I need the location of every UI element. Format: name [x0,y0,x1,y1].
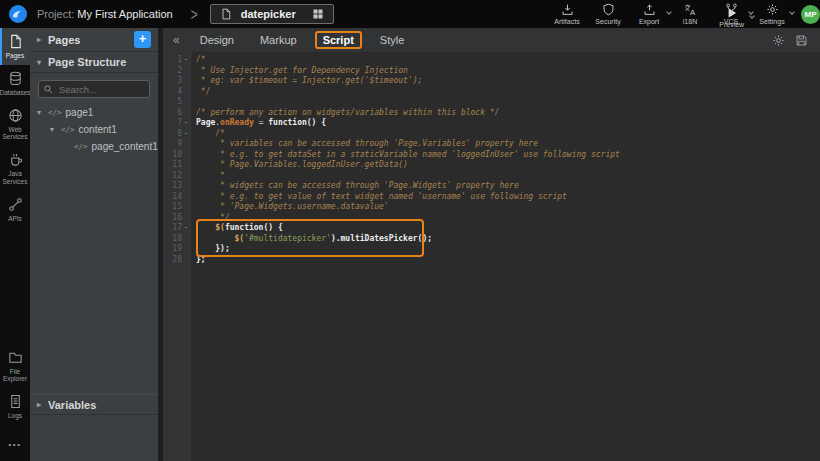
gutter-line[interactable]: 10 [163,150,190,161]
page-structure-header[interactable]: ▾ Page Structure [30,52,158,73]
gutter-line[interactable]: 6 [163,108,190,119]
topbar-security-button[interactable]: Security [593,3,623,25]
dropdown-chevron-icon[interactable] [666,9,672,15]
fold-marker-icon[interactable]: - [182,55,190,66]
code-line[interactable]: * Page.Variables.loggedInUser.getData() [196,160,820,171]
tree-node-page1[interactable]: ▾</>page1 [30,104,158,121]
code-line[interactable]: /* perform any action on widgets/variabl… [196,108,820,119]
code-line[interactable]: }; [196,255,820,266]
fold-marker-icon[interactable]: - [182,118,190,129]
more-dots-icon: ••• [9,440,22,449]
editor-tab-script[interactable]: Script [315,31,362,49]
gutter-line[interactable]: 13 [163,181,190,192]
fold-marker-icon[interactable]: - [182,129,190,140]
code-line[interactable]: $('#multidatepicker').multiDatesPicker()… [196,234,820,245]
sidebar-item-databases[interactable]: Databases [0,65,30,102]
save-icon[interactable] [795,34,808,47]
page-tab-datepicker[interactable]: datepicker [210,4,334,24]
gutter-line[interactable]: 14 [163,192,190,203]
sidebar-item-label: File Explorer [1,368,29,384]
editor-tab-markup[interactable]: Markup [252,31,305,49]
topbar-export-button[interactable]: Export [634,3,664,25]
pages-header-label: Pages [48,34,80,46]
widget-code-icon: </> [61,125,75,134]
tree-node-content1[interactable]: ▾</>content1 [30,121,158,138]
gutter-line[interactable]: 3 [163,76,190,87]
code-line[interactable] [196,97,820,108]
wavemaker-logo-icon[interactable] [8,4,28,24]
gutter-line[interactable]: 20 [163,255,190,266]
pages-panel-header[interactable]: ▸ Pages + [30,28,158,52]
code-line[interactable]: * widgets can be accessed through 'Page.… [196,181,820,192]
code-line[interactable]: * variables can be accessed through 'Pag… [196,139,820,150]
code-line[interactable]: }); [196,244,820,255]
gutter-line[interactable]: 1- [163,55,190,66]
code-line[interactable]: * e.g. to get dataSet in a staticVariabl… [196,150,820,161]
sidebar-more-button[interactable]: ••• [0,425,30,461]
collapse-arrow-icon[interactable]: ▸ [37,35,48,44]
code-line[interactable]: * eg: var $timeout = Injector.get('$time… [196,76,820,87]
structure-search [30,73,158,104]
fold-spacer [182,255,190,266]
code-line[interactable]: $(function() { [196,223,820,234]
gutter-line[interactable]: 2 [163,66,190,77]
toolbar-right-group: ArtifactsSecurityExportAi18NVCSSettings [552,3,795,25]
sidebar-item-label: Web Services [1,126,29,142]
gutter-line[interactable]: 12 [163,171,190,182]
gutter-line[interactable]: 15 [163,202,190,213]
code-editor-body[interactable]: 1-234567-8-91011121314151617-181920 /* *… [163,52,820,461]
editor-tab-design[interactable]: Design [192,31,242,49]
code-line[interactable]: */ [196,87,820,98]
sidebar-item-java-services[interactable]: Java Services [0,146,30,191]
topbar-i18n-button[interactable]: Ai18N [675,3,705,25]
code-line[interactable]: * e.g. to get value of text widget named… [196,192,820,203]
topbar-settings-button[interactable]: Settings [757,3,787,25]
code-area[interactable]: /* * Use Injector.get for Dependency Inj… [191,52,820,461]
sidebar-item-web-services[interactable]: Web Services [0,102,30,147]
gutter-line[interactable]: 9 [163,139,190,150]
tree-node-label: content1 [79,124,117,135]
dropdown-chevron-icon[interactable] [789,9,795,15]
sidebar-item-apis[interactable]: APIs [0,191,30,228]
search-input[interactable] [38,80,150,98]
fold-spacer [182,213,190,224]
topbar-artifacts-button[interactable]: Artifacts [552,3,582,25]
gutter-line[interactable]: 19 [163,244,190,255]
code-line[interactable]: */ [196,213,820,224]
sidebar-item-file-explorer[interactable]: File Explorer [0,344,30,389]
collapse-panel-button[interactable]: « [173,33,180,47]
sidebar-item-logs[interactable]: Logs [0,388,30,425]
user-avatar[interactable]: MP [801,5,820,24]
gutter-line[interactable]: 8- [163,129,190,140]
variables-section-header[interactable]: ▸ Variables [30,394,158,415]
editor-tab-bar: « DesignMarkupScriptStyle [163,28,820,52]
gutter-line[interactable]: 7- [163,118,190,129]
collapse-arrow-icon[interactable]: ▸ [37,400,48,409]
gutter-line[interactable]: 11 [163,160,190,171]
expand-arrow-icon[interactable]: ▾ [37,58,48,67]
grid-icon[interactable] [312,8,324,20]
editor-tab-style[interactable]: Style [372,31,412,49]
editor-settings-gear-icon[interactable] [772,34,785,47]
gutter-line[interactable]: 5 [163,97,190,108]
gutter-line[interactable]: 4 [163,87,190,98]
code-line[interactable]: * [196,171,820,182]
tree-node-page-content1[interactable]: </>page_content1 [30,138,158,155]
widget-code-icon: </> [74,142,88,151]
code-line[interactable]: Page.onReady = function() { [196,118,820,129]
code-line[interactable]: * Use Injector.get for Dependency Inject… [196,66,820,77]
fold-spacer [182,234,190,245]
code-line[interactable]: * 'Page.Widgets.username.datavalue' [196,202,820,213]
code-line[interactable]: /* [196,55,820,66]
add-page-button[interactable]: + [134,31,151,48]
gutter-line[interactable]: 16 [163,213,190,224]
gutter-line[interactable]: 18 [163,234,190,245]
sidebar-item-pages[interactable]: Pages [0,28,30,65]
gutter-line[interactable]: 17- [163,223,190,234]
expand-arrow-icon[interactable]: ▾ [50,125,61,134]
fold-spacer [182,160,190,171]
expand-arrow-icon[interactable]: ▾ [37,108,48,117]
topbar-vcs-button[interactable]: VCS [716,3,746,25]
code-line[interactable]: /* [196,129,820,140]
fold-marker-icon[interactable]: - [182,223,190,234]
